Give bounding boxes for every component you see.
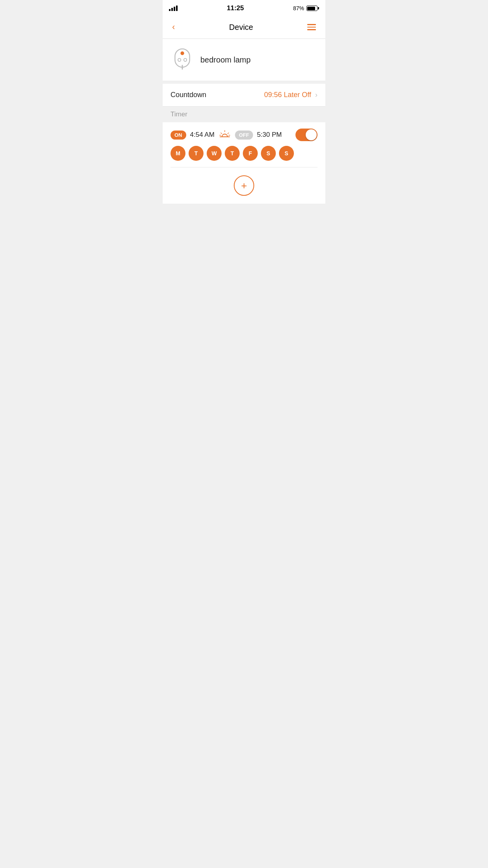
header: ‹ Device [163, 16, 325, 39]
bottom-area [163, 204, 325, 322]
signal-icon [169, 6, 178, 11]
timer-toggle[interactable] [295, 129, 317, 141]
toggle-switch[interactable] [295, 129, 317, 141]
chevron-right-icon: › [315, 91, 317, 99]
countdown-row[interactable]: Countdown 09:56 Later Off › [163, 84, 325, 107]
timer-section-title: Timer [171, 110, 187, 118]
countdown-value: 09:56 Later Off [264, 91, 311, 99]
day-sunday[interactable]: S [279, 146, 294, 161]
timer-section: ON 4:54 AM OFF 5:30 PM [163, 122, 325, 167]
timer-off-tag: OFF [235, 131, 253, 140]
device-card: bedroom lamp [163, 39, 325, 84]
day-monday[interactable]: M [171, 146, 185, 161]
battery-percent: 87% [293, 5, 304, 11]
timer-section-divider: Timer [163, 107, 325, 122]
timer-on-tag: ON [171, 131, 186, 140]
timer-off-time: 5:30 PM [257, 131, 282, 139]
day-tuesday[interactable]: T [189, 146, 204, 161]
battery-icon [306, 6, 319, 11]
status-right: 87% [293, 5, 319, 11]
add-icon: + [241, 180, 247, 191]
menu-button[interactable] [306, 22, 317, 32]
sunrise-icon [219, 130, 230, 140]
countdown-right: 09:56 Later Off › [264, 91, 317, 99]
day-wednesday[interactable]: W [207, 146, 222, 161]
day-thursday[interactable]: T [225, 146, 240, 161]
day-friday[interactable]: F [243, 146, 258, 161]
device-icon [171, 45, 194, 74]
status-time: 11:25 [227, 4, 244, 12]
svg-line-7 [221, 133, 222, 134]
add-section: + [163, 167, 325, 204]
back-button[interactable]: ‹ [171, 20, 176, 34]
timer-on-time: 4:54 AM [190, 131, 215, 139]
status-bar: 11:25 87% [163, 0, 325, 16]
timer-top: ON 4:54 AM OFF 5:30 PM [171, 129, 317, 141]
add-timer-button[interactable]: + [234, 175, 254, 196]
svg-point-2 [178, 59, 181, 61]
timer-row: ON 4:54 AM OFF 5:30 PM [171, 122, 317, 167]
device-name: bedroom lamp [200, 55, 251, 64]
svg-line-8 [227, 133, 229, 134]
toggle-knob [306, 129, 317, 140]
svg-point-1 [180, 51, 184, 55]
day-saturday[interactable]: S [261, 146, 276, 161]
days-row: M T W T F S S [171, 146, 317, 161]
svg-point-3 [184, 59, 187, 61]
page-title: Device [229, 23, 253, 32]
countdown-label: Countdown [171, 91, 206, 99]
